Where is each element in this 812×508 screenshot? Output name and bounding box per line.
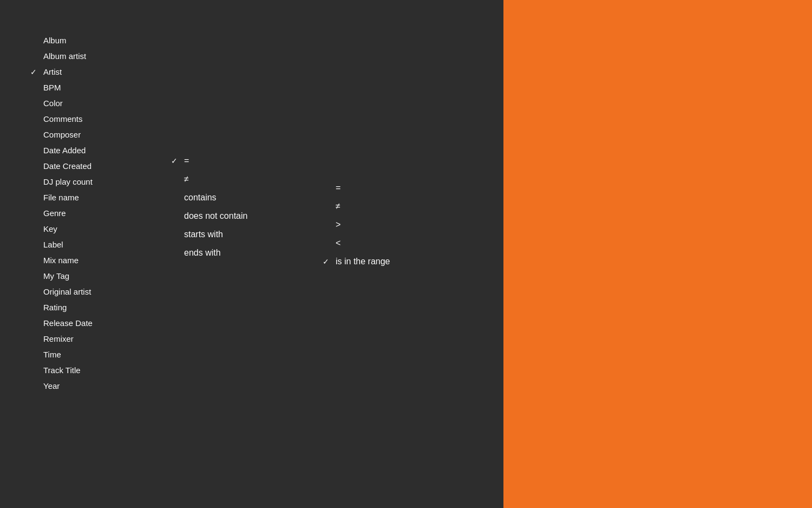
left-item-label: Artist: [43, 67, 62, 76]
middle-item-4[interactable]: starts with: [184, 225, 325, 244]
middle-item-5[interactable]: ends with: [184, 244, 325, 262]
left-item-label: Date Added: [43, 146, 86, 155]
left-item-label: Remixer: [43, 334, 74, 343]
right-item-label: >: [336, 220, 340, 230]
left-item-my-tag[interactable]: My Tag: [43, 268, 152, 284]
left-item-label: Comments: [43, 114, 83, 123]
left-item-rating[interactable]: Rating: [43, 299, 152, 315]
left-item-label: Mix name: [43, 256, 78, 265]
left-item-label: Composer: [43, 130, 81, 139]
check-icon: ✓: [30, 68, 37, 76]
left-item-label: Date Created: [43, 161, 91, 171]
middle-column: ✓=≠containsdoes not containstarts withen…: [152, 0, 325, 508]
right-item-0[interactable]: =: [336, 179, 503, 197]
left-item-label: Key: [43, 224, 57, 233]
left-item-comments[interactable]: Comments: [43, 111, 152, 127]
middle-item-label: does not contain: [184, 211, 247, 221]
left-item-year[interactable]: Year: [43, 378, 152, 394]
left-item-label: Track Title: [43, 366, 81, 375]
middle-item-3[interactable]: does not contain: [184, 207, 325, 225]
right-item-2[interactable]: >: [336, 216, 503, 234]
main-content: AlbumAlbum artist✓ArtistBPMColorComments…: [0, 0, 503, 508]
left-item-track-title[interactable]: Track Title: [43, 362, 152, 378]
left-item-mix-name[interactable]: Mix name: [43, 252, 152, 268]
left-item-label: Time: [43, 350, 61, 359]
left-item-key[interactable]: Key: [43, 221, 152, 237]
left-item-label: DJ play count: [43, 177, 93, 186]
left-item-label: Original artist: [43, 287, 91, 296]
left-item-artist[interactable]: ✓Artist: [43, 64, 152, 80]
left-item-label: Album artist: [43, 51, 86, 61]
left-item-album[interactable]: Album: [43, 32, 152, 48]
left-item-remixer[interactable]: Remixer: [43, 331, 152, 347]
check-icon: ✓: [171, 157, 178, 165]
left-item-label: Year: [43, 381, 60, 390]
left-item-composer[interactable]: Composer: [43, 127, 152, 142]
middle-item-label: contains: [184, 193, 217, 203]
left-item-bpm[interactable]: BPM: [43, 80, 152, 95]
middle-item-2[interactable]: contains: [184, 188, 325, 207]
left-item-date-created[interactable]: Date Created: [43, 158, 152, 174]
right-item-label: is in the range: [336, 257, 390, 266]
check-icon: ✓: [323, 257, 329, 266]
left-item-label: Label: [43, 240, 63, 249]
left-item-dj-play-count[interactable]: DJ play count: [43, 174, 152, 190]
middle-item-1[interactable]: ≠: [184, 170, 325, 188]
right-column: =≠><✓is in the range: [325, 0, 503, 508]
orange-panel: [503, 0, 812, 508]
left-item-album-artist[interactable]: Album artist: [43, 48, 152, 64]
right-item-label: ≠: [336, 201, 340, 211]
middle-item-0[interactable]: ✓=: [184, 152, 325, 170]
right-item-3[interactable]: <: [336, 234, 503, 252]
left-item-label: My Tag: [43, 271, 69, 281]
right-item-4[interactable]: ✓is in the range: [336, 252, 503, 271]
left-item-label: Rating: [43, 303, 67, 312]
right-item-label: =: [336, 183, 340, 193]
left-item-label: Color: [43, 99, 63, 108]
left-item-label: Release Date: [43, 318, 93, 328]
left-item-original-artist[interactable]: Original artist: [43, 284, 152, 299]
left-item-file-name[interactable]: File name: [43, 190, 152, 205]
middle-item-label: ≠: [184, 174, 189, 184]
left-item-label: File name: [43, 193, 79, 202]
left-item-release-date[interactable]: Release Date: [43, 315, 152, 331]
left-item-label[interactable]: Label: [43, 237, 152, 252]
left-item-label: BPM: [43, 83, 61, 92]
right-item-label: <: [336, 238, 340, 248]
left-item-date-added[interactable]: Date Added: [43, 142, 152, 158]
left-column: AlbumAlbum artist✓ArtistBPMColorComments…: [0, 0, 152, 508]
middle-item-label: starts with: [184, 230, 223, 239]
left-item-time[interactable]: Time: [43, 347, 152, 362]
middle-item-label: ends with: [184, 248, 221, 258]
left-item-label: Genre: [43, 209, 66, 218]
left-item-genre[interactable]: Genre: [43, 205, 152, 221]
middle-item-label: =: [184, 156, 189, 166]
left-item-color[interactable]: Color: [43, 95, 152, 111]
right-item-1[interactable]: ≠: [336, 197, 503, 216]
left-item-label: Album: [43, 36, 67, 45]
